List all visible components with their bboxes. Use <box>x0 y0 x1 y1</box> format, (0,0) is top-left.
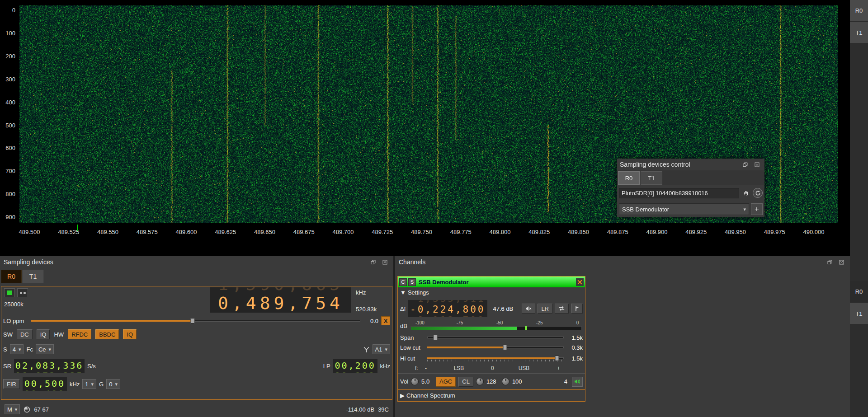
channel-spectrum-section-header[interactable]: ▶ Channel Spectrum <box>398 389 585 401</box>
hi-cut-slider[interactable] <box>427 355 564 361</box>
dsb-mode-button[interactable] <box>571 304 583 314</box>
x-axis-label: 489.500 <box>19 229 40 235</box>
swap-sidebands-button[interactable] <box>555 304 569 314</box>
baseband-rate-readout: 520.83k <box>356 306 390 313</box>
channel-select[interactable]: SSB Demodulator ▾ <box>619 203 749 215</box>
y-axis-label: 100 <box>5 30 15 37</box>
x-axis-label: 489.575 <box>137 229 158 235</box>
settings-section-header[interactable]: ▼ Settings <box>398 287 585 298</box>
hw-label: HW <box>54 331 64 338</box>
audio-output-button[interactable] <box>572 377 583 387</box>
ssb-titlebar[interactable]: C S SSB Demodulator <box>398 276 585 287</box>
antenna-icon <box>363 346 370 353</box>
fir-gain-select[interactable]: 0 ▾ <box>106 379 120 389</box>
fc-position-select[interactable]: Ce ▾ <box>36 344 54 354</box>
decimation-label: S <box>3 346 7 353</box>
rollup-button[interactable] <box>368 257 378 267</box>
frequency-marker[interactable] <box>77 225 78 231</box>
rollup-button[interactable] <box>825 257 835 267</box>
mux-select[interactable]: M ▾ <box>5 404 20 414</box>
iq-toggle-button[interactable]: IQ <box>37 329 50 339</box>
agc-threshold-knob[interactable] <box>502 378 509 385</box>
record-square-icon <box>7 290 12 295</box>
start-stop-button[interactable] <box>4 288 15 297</box>
fir-bandwidth-dial[interactable]: 11,61100,50099,499 <box>23 377 67 391</box>
audio-mute-button[interactable] <box>522 304 535 314</box>
bbdc-toggle-button[interactable]: BBDC <box>95 329 119 339</box>
hi-cut-value: 1.5k <box>566 355 583 362</box>
y-axis-label: 500 <box>5 122 15 129</box>
device-tab-t1[interactable]: T1 <box>23 270 43 283</box>
stereo-lr-button[interactable]: LR <box>538 304 552 314</box>
sampling-devices-control-panel: Sampling devices control R0 T1 PlutoSDR[… <box>617 159 764 217</box>
close-button[interactable] <box>836 257 846 267</box>
agc-toggle-button[interactable]: AGC <box>436 377 456 387</box>
sideband-scale: f: - LSB 0 USB + <box>398 364 585 373</box>
x-axis-label: 490.000 <box>803 229 825 235</box>
fir-toggle-button[interactable]: FIR <box>3 379 20 389</box>
iq-correction-toggle-button[interactable]: IQ <box>123 329 137 339</box>
delta-f-label: Δf <box>400 305 406 312</box>
fir-decimation-select[interactable]: 1 ▾ <box>82 379 96 389</box>
add-channel-button[interactable]: + <box>751 203 763 215</box>
control-tab-t1[interactable]: T1 <box>641 171 662 185</box>
decimation-select[interactable]: 4 ▾ <box>10 344 24 354</box>
lo-ppm-reset-button[interactable]: X <box>381 316 390 325</box>
low-cut-slider[interactable] <box>427 344 564 351</box>
workspace-tab-t1[interactable]: T1 <box>850 22 868 43</box>
channels-tab-r0[interactable]: R0 <box>850 281 868 302</box>
x-axis-label: 489.750 <box>411 229 432 235</box>
mux-value: M <box>7 406 12 413</box>
chevron-down-icon: ▾ <box>115 381 118 387</box>
x-axis-label: 489.675 <box>293 229 315 235</box>
slider-handle[interactable] <box>190 318 194 323</box>
y-axis-label: 0 <box>12 7 15 14</box>
sampling-devices-panel: Sampling devices R0 T1 <box>0 256 393 417</box>
chevron-down-icon: ▾ <box>49 347 52 352</box>
sampling-control-title: Sampling devices control <box>620 161 690 168</box>
slider-handle[interactable] <box>503 345 507 350</box>
reload-device-button[interactable] <box>753 188 763 198</box>
channel-offset-dial[interactable]: -1,335,911-0,224,800-9,113,799 <box>408 300 487 317</box>
channels-tab-t1[interactable]: T1 <box>850 303 868 324</box>
agc-time-knob[interactable] <box>476 378 484 385</box>
usb-label: USB <box>519 365 530 371</box>
agc-time-value: 128 <box>486 378 499 385</box>
close-button[interactable] <box>380 257 390 267</box>
plutosdr-gui: 25000k 1,590,8650,489,7549,378,643 kHz 5… <box>1 286 392 400</box>
close-button[interactable] <box>752 159 762 169</box>
channel-color-button[interactable]: C <box>399 278 407 286</box>
y-axis-label: 600 <box>5 145 15 151</box>
sampling-devices-title: Sampling devices <box>4 258 53 266</box>
device-selector[interactable]: PlutoSDR[0] 104400b839910016 <box>619 188 739 198</box>
span-slider[interactable] <box>427 334 564 341</box>
change-device-button[interactable] <box>741 188 751 198</box>
control-tab-r0[interactable]: R0 <box>618 171 640 185</box>
sample-rate-dial[interactable]: 13,194,44702,083,33691,972,225 <box>14 359 85 373</box>
antenna-select[interactable]: A1 ▾ <box>373 344 390 354</box>
lo-ppm-slider[interactable] <box>31 318 360 324</box>
center-frequency-dial[interactable]: 1,590,8650,489,7549,378,643 <box>210 287 351 313</box>
lowpass-dial[interactable]: 11,31100,20099,199 <box>333 359 377 373</box>
slider-handle[interactable] <box>434 335 438 340</box>
agc-threshold-value: 100 <box>512 378 525 385</box>
device-tab-r0[interactable]: R0 <box>1 270 22 283</box>
dots-icon <box>20 292 26 294</box>
channel-power-readout: -114.00 dB <box>346 406 375 413</box>
sdr-application: 0100200300400500600700800900 489.500489.… <box>0 0 868 417</box>
slider-handle[interactable] <box>555 356 559 361</box>
workspace-tab-r0[interactable]: R0 <box>850 0 868 21</box>
meter-peak-marker <box>525 326 527 330</box>
volume-knob[interactable] <box>411 378 419 385</box>
meter-bar <box>410 326 582 330</box>
channel-settings-button[interactable]: S <box>408 278 416 286</box>
level-meter: -100 -75 -50 -25 0 <box>410 320 583 331</box>
channel-close-button[interactable] <box>576 278 584 286</box>
lsb-label: LSB <box>454 365 464 371</box>
rfdc-toggle-button[interactable]: RFDC <box>68 329 91 339</box>
agc-clamp-button[interactable]: CL <box>458 377 473 387</box>
gain-readout: 67 67 <box>34 406 49 413</box>
device-options-button[interactable] <box>17 288 28 297</box>
dc-toggle-button[interactable]: DC <box>17 329 33 339</box>
rollup-button[interactable] <box>740 159 750 169</box>
